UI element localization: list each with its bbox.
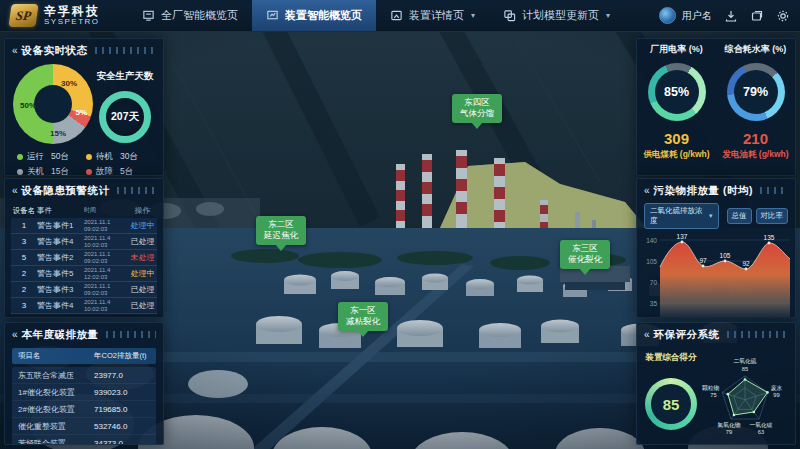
company-name: 辛孚科技 [44, 5, 100, 18]
overall-score-value: 85 [645, 378, 697, 430]
carbon-table: 项目名 年CO2排放量(t) 东五联合常减压 23977.0 1#催化裂化装置 … [5, 346, 163, 445]
user-avatar[interactable] [659, 7, 676, 24]
svg-text:二氧化硫: 二氧化硫 [734, 358, 757, 366]
water-rate-gauge: 79% [727, 63, 785, 121]
svg-text:105: 105 [720, 252, 731, 259]
panel-carbon-emission: « 本年度碳排放量 项目名 年CO2排放量(t) 东五联合常减压 23977.0… [4, 322, 164, 445]
status-badge: 已处理 [128, 300, 157, 311]
download-icon[interactable] [724, 9, 738, 23]
zone-unit: 气体分馏 [460, 108, 494, 119]
cell-emission: 23977.0 [94, 371, 150, 380]
svg-text:85: 85 [742, 366, 748, 372]
legend-dot [86, 154, 92, 160]
cell-event: 警告事件5 [37, 268, 84, 279]
collapse-icon: « [644, 329, 650, 340]
header-tick-decor [727, 331, 788, 338]
collapse-icon: « [12, 185, 18, 196]
cell-project: 1#催化裂化装置 [18, 387, 94, 398]
cell-project: 催化重整装置 [18, 421, 94, 432]
zone-unit: 催化裂化 [568, 254, 602, 265]
eco-radar-chart: 二氧化硫 85 废水 99 一氧化碳 63 氮氧化物 79 颗粒物 75 [699, 348, 791, 445]
cell-emission: 34373.0 [94, 439, 150, 446]
zone-unit: 延迟焦化 [264, 230, 298, 241]
zone-marker-east1[interactable]: 东一区 减粘裂化 [338, 302, 388, 331]
legend-label: 运行 [27, 151, 44, 163]
safety-days-title: 安全生产天数 [97, 70, 154, 83]
panel-pollutant-emission: « 污染物排放量 (时均) 二氧化硫排放浓度 ▾ 总值 对比率 [636, 178, 796, 318]
coal-consumption-value: 309 [664, 130, 689, 147]
device-status-donut-chart: 50% 30% 5% 15% [13, 64, 93, 144]
legend-label: 待机 [96, 151, 113, 163]
panel-title: 污染物排放量 (时均) [654, 184, 753, 198]
warning-table: 设备名 事件 时间 操作 1 警告事件1 2021.11.109:02:03 处… [5, 202, 163, 314]
model-update-icon [503, 9, 516, 22]
cell-device: 3 [11, 301, 37, 310]
chevron-down-icon: ▾ [709, 212, 713, 220]
panel-warning-stats: « 设备隐患预警统计 设备名 事件 时间 操作 1 警告事件1 2021.11.… [4, 178, 164, 318]
svg-text:99: 99 [773, 392, 779, 398]
username[interactable]: 用户名 [682, 9, 712, 23]
donut-label-standby: 30% [61, 79, 77, 88]
gear-icon[interactable] [776, 9, 790, 23]
water-rate-value: 79% [727, 63, 785, 121]
cell-device: 5 [11, 253, 37, 262]
toggle-total-button[interactable]: 总值 [727, 208, 752, 224]
cell-emission: 939023.0 [94, 388, 150, 397]
collapse-icon: « [644, 185, 650, 196]
overall-score-label: 装置综合得分 [646, 352, 697, 364]
status-badge: 处理中 [128, 220, 157, 231]
nav-item-plant-overview[interactable]: 全厂智能概览页 [128, 0, 252, 31]
zone-name: 东三区 [568, 243, 602, 254]
collapse-icon: « [12, 45, 18, 56]
col-project: 项目名 [18, 351, 94, 361]
panel-title: 设备隐患预警统计 [22, 184, 110, 198]
donut-label-off: 15% [50, 129, 66, 138]
toggle-ratio-button[interactable]: 对比率 [756, 208, 789, 224]
legend-item-standby: 待机 30台 [86, 151, 153, 163]
window-resize-icon[interactable] [750, 9, 764, 23]
cell-project: 东五联合常减压 [18, 370, 94, 381]
dropdown-selected-value: 二氧化硫排放浓度 [650, 206, 706, 226]
legend-item-off: 关机 15台 [17, 166, 84, 176]
safety-days-ring: 207天 [99, 91, 151, 143]
table-row: 2 警告事件3 2021.11.109:02:03 已处理 [11, 282, 157, 298]
panel-device-status: « 设备实时状态 50% 30% 5% 15% 安全生产天数 207天 运行 [4, 38, 164, 176]
coal-consumption-label: 供电煤耗 (g/kwh) [643, 149, 709, 161]
table-row: 1#催化裂化装置 939023.0 [12, 384, 156, 401]
cell-time: 2021.11.410:02:03 [84, 299, 128, 313]
svg-text:废水: 废水 [771, 385, 783, 391]
zone-name: 东四区 [460, 97, 494, 108]
gauge-title-power-rate: 厂用电率 (%) [650, 43, 703, 56]
cell-event: 警告事件2 [37, 252, 84, 263]
status-badge: 已处理 [128, 236, 157, 247]
zone-name: 东二区 [264, 219, 298, 230]
oil-consumption-value: 210 [743, 130, 768, 147]
col-device: 设备名 [11, 206, 37, 216]
legend-dot [86, 169, 92, 175]
company-subtitle: SYSPETRO [44, 18, 100, 26]
svg-text:97: 97 [699, 257, 707, 264]
plant-overview-icon [142, 9, 155, 22]
nav-item-unit-detail[interactable]: 装置详情页 ▾ [376, 0, 489, 31]
header-tick-decor [117, 187, 156, 194]
cell-device: 2 [11, 285, 37, 294]
cell-device: 2 [11, 269, 37, 278]
zone-marker-east3[interactable]: 东三区 催化裂化 [560, 240, 610, 269]
cell-time: 2021.11.410:02:03 [84, 235, 128, 249]
zone-name: 东一区 [346, 305, 380, 316]
zone-marker-east4[interactable]: 东四区 气体分馏 [452, 94, 502, 123]
svg-text:63: 63 [758, 429, 764, 435]
panel-title: 环保评分系统 [654, 328, 720, 342]
svg-text:105: 105 [646, 258, 657, 265]
zone-marker-east2[interactable]: 东二区 延迟焦化 [256, 216, 306, 245]
pollutant-select-dropdown[interactable]: 二氧化硫排放浓度 ▾ [644, 203, 719, 229]
nav-item-unit-overview[interactable]: 装置智能概览页 [252, 0, 376, 31]
svg-text:35: 35 [650, 300, 658, 307]
chevron-down-icon: ▾ [606, 11, 610, 20]
cell-event: 警告事件3 [37, 284, 84, 295]
pollutant-area-chart: 140 105 70 35 0 137 97 105 92 135 00:00 [640, 232, 792, 318]
donut-label-fault: 5% [75, 108, 87, 117]
cell-time: 2021.11.109:02:03 [84, 219, 128, 233]
nav-item-model-update[interactable]: 计划模型更新页 ▾ [489, 0, 624, 31]
panel-eco-score: « 环保评分系统 装置综合得分 85 [636, 322, 796, 445]
